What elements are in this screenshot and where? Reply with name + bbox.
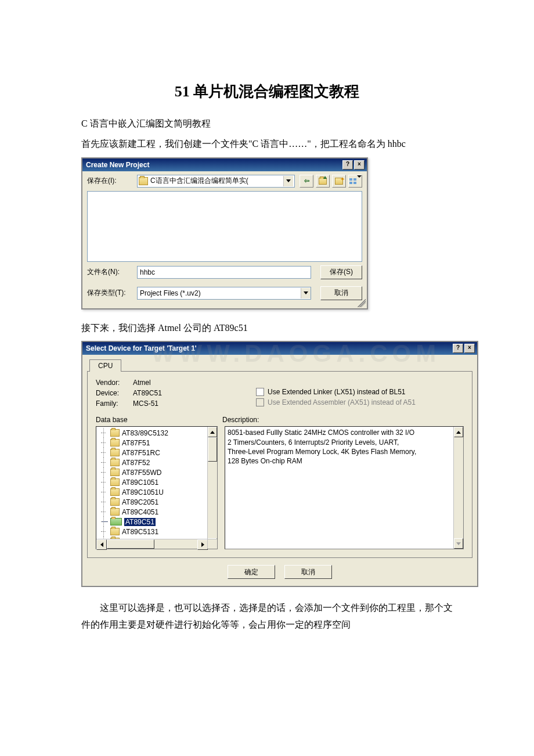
folder-icon [110, 459, 120, 466]
device-tree-item[interactable]: AT83/89C5132 [100, 428, 207, 438]
folder-icon [110, 449, 120, 456]
device-tree-item[interactable]: AT89C2051 [100, 497, 207, 507]
paragraph: 接下来，我们选择 Atmel 公司的 AT89c51 [81, 320, 453, 337]
filename-label: 文件名(N): [87, 267, 132, 277]
device-tree-item-label: AT89C1051 [122, 478, 158, 487]
folder-icon [110, 488, 120, 496]
device-tree-item-label: AT83/89C5132 [122, 429, 168, 437]
device-tree-item[interactable]: AT87F51RC [100, 448, 207, 458]
scroll-right-icon[interactable] [197, 539, 208, 550]
filename-value: hhbc [140, 268, 155, 276]
cancel-button-label: 取消 [334, 288, 348, 298]
back-icon[interactable]: ⇦ [300, 175, 313, 188]
filetype-value: Project Files (*.uv2) [138, 289, 301, 297]
device-tree-item[interactable]: AT89C4051 [100, 507, 207, 517]
help-icon[interactable]: ? [342, 160, 353, 170]
save-in-dropdown[interactable]: C语言中含汇编混合编程简单实( [137, 175, 295, 188]
device-tree-item[interactable]: AT89C51 [100, 517, 207, 527]
checkbox[interactable] [256, 388, 264, 396]
device-tree-item[interactable]: AT87F51 [100, 438, 207, 448]
description-label: Description: [222, 416, 259, 424]
tab-cpu[interactable]: CPU [89, 359, 121, 372]
select-device-dialog: Select Device for Target 'Target 1' ? × … [81, 341, 478, 587]
paragraph: 首先应该新建工程，我们创建一个文件夹"C 语言中……"，把工程名命名为 hhbc [81, 136, 453, 153]
device-value: AT89C51 [133, 389, 162, 397]
checkbox [256, 398, 264, 406]
family-value: MCS-51 [133, 399, 158, 408]
vertical-scrollbar[interactable] [453, 427, 463, 549]
scroll-thumb[interactable] [107, 539, 154, 549]
scroll-up-icon[interactable] [454, 427, 463, 437]
device-tree-item-label: AT87F55WD [122, 469, 161, 477]
cancel-button[interactable]: 取消 [320, 286, 362, 300]
device-tree-item-label: AT89C51 [124, 518, 156, 526]
dialog-title: Create New Project [86, 161, 149, 169]
device-tree-item[interactable]: AT89C5131 [100, 527, 207, 537]
paragraph: 这里可以选择是，也可以选择否，选择是的话，会添加一个文件到你的工程里，那个文件的… [81, 600, 453, 633]
resize-grip-icon[interactable] [358, 299, 366, 307]
device-tree-item-label: AT87F51RC [122, 449, 160, 457]
device-tree-item-label: AT89C2051 [122, 498, 158, 506]
extended-linker-checkbox-row: Use Extended Linker (LX51) instead of BL… [256, 388, 416, 396]
close-icon[interactable]: × [354, 160, 365, 170]
filename-input[interactable]: hhbc [137, 266, 311, 279]
device-tree-item[interactable]: AT89C1051U [100, 487, 207, 497]
page-title: 51 单片机混合编程图文教程 [81, 81, 453, 102]
ok-button-label: 确定 [244, 567, 258, 577]
help-icon[interactable]: ? [453, 344, 463, 353]
extended-assembler-checkbox-row: Use Extended Assembler (AX51) instead of… [256, 398, 416, 406]
cancel-button-label: 取消 [301, 567, 315, 577]
create-new-project-dialog: Create New Project ? × 保存在(I): C语言中含汇编混合… [81, 157, 368, 309]
chevron-down-icon[interactable] [283, 176, 293, 186]
new-folder-icon[interactable]: ✦ [332, 175, 346, 188]
folder-icon [110, 518, 122, 525]
view-menu-icon[interactable] [348, 175, 362, 188]
family-label: Family: [96, 399, 133, 408]
vertical-scrollbar[interactable] [207, 427, 217, 549]
device-tree-item[interactable]: AT87F52 [100, 458, 207, 467]
close-icon[interactable]: × [464, 344, 475, 353]
scroll-thumb[interactable] [208, 437, 217, 462]
scroll-down-icon[interactable] [454, 538, 463, 549]
save-in-value: C语言中含汇编混合编程简单实( [150, 176, 283, 186]
checkbox-label: Use Extended Assembler (AX51) instead of… [268, 398, 416, 406]
vendor-label: Vendor: [96, 379, 133, 387]
folder-icon [110, 508, 120, 516]
device-label: Device: [96, 389, 133, 397]
description-box: 8051-based Fullly Static 24MHz CMOS cont… [225, 426, 464, 549]
ok-button[interactable]: 确定 [228, 565, 275, 579]
folder-icon [110, 439, 120, 447]
database-label: Data base [96, 416, 222, 424]
dialog-title: Select Device for Target 'Target 1' [86, 344, 197, 352]
folder-icon [110, 429, 120, 437]
folder-icon [110, 469, 120, 476]
folder-icon [139, 177, 148, 185]
up-one-level-icon[interactable] [316, 175, 330, 188]
filetype-dropdown[interactable]: Project Files (*.uv2) [137, 287, 311, 300]
description-text: 8051-based Fullly Static 24MHz CMOS cont… [225, 427, 453, 549]
save-button[interactable]: 保存(S) [320, 265, 362, 279]
vendor-value: Atmel [133, 379, 151, 387]
device-tree-item[interactable]: AT87F55WD [100, 467, 207, 477]
device-tree-item-label: AT87F51 [122, 439, 150, 447]
chevron-down-icon[interactable] [301, 288, 311, 298]
scroll-left-icon[interactable] [96, 539, 107, 550]
scroll-up-icon[interactable] [208, 427, 217, 437]
device-tree-item[interactable]: AT89C1051 [100, 477, 207, 487]
filetype-label: 保存类型(T): [87, 288, 132, 298]
cancel-button[interactable]: 取消 [284, 565, 332, 579]
folder-icon [110, 478, 120, 486]
dialog-titlebar[interactable]: Select Device for Target 'Target 1' ? × [82, 342, 477, 355]
horizontal-scrollbar[interactable] [96, 539, 208, 549]
scroll-corner [207, 539, 217, 549]
dialog-titlebar[interactable]: Create New Project ? × [82, 159, 367, 171]
folder-icon [110, 528, 120, 535]
folder-icon [110, 498, 120, 506]
tab-label: CPU [98, 362, 113, 370]
save-in-label: 保存在(I): [87, 176, 132, 186]
device-tree-item-label: AT87F52 [122, 459, 150, 467]
checkbox-label: Use Extended Linker (LX51) instead of BL… [268, 388, 405, 396]
file-list-area[interactable] [87, 191, 362, 262]
device-tree[interactable]: AT83/89C5132AT87F51AT87F51RCAT87F52AT87F… [96, 426, 218, 549]
device-tree-item-label: AT89C1051U [122, 488, 164, 496]
